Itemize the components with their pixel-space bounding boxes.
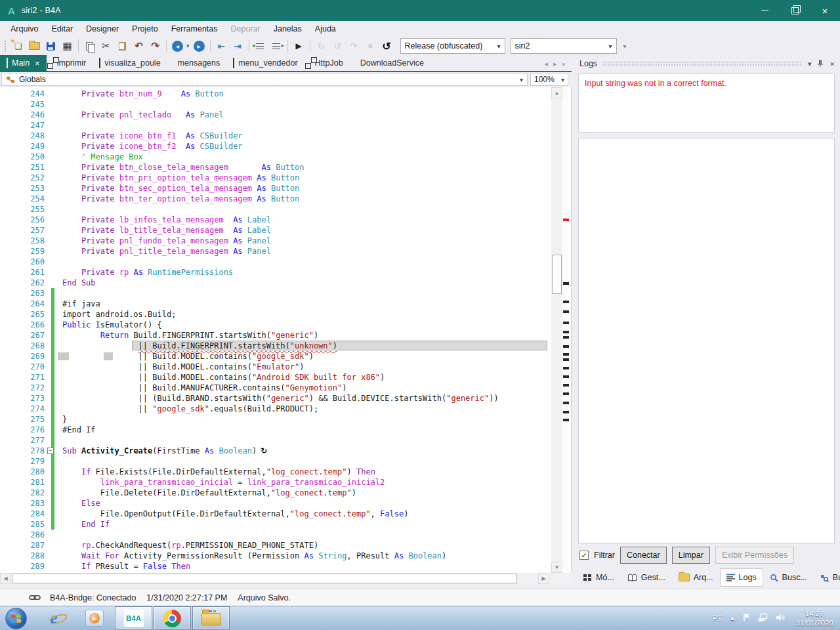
action-center-flag-icon[interactable] (742, 613, 751, 624)
change-mark[interactable] (563, 358, 569, 361)
tool-tab-gest[interactable]: Gest... (621, 568, 672, 587)
filter-checkbox[interactable]: ✓ (579, 551, 589, 560)
menu-item-projeto[interactable]: Projeto (125, 21, 165, 37)
package-button[interactable]: ▦ (59, 38, 75, 54)
change-mark[interactable] (563, 322, 569, 324)
change-mark[interactable] (563, 402, 569, 404)
change-mark[interactable] (563, 384, 569, 387)
step-into-button[interactable]: ↺ (329, 38, 346, 54)
clear-button[interactable]: Limpar (672, 547, 710, 564)
change-mark[interactable] (563, 331, 569, 333)
tool-tab-busc[interactable]: Busc... (814, 568, 840, 587)
scroll-right-arrow[interactable]: ▶ (538, 573, 549, 584)
code-line-276[interactable]: 276#End If (0, 425, 551, 435)
change-mark[interactable] (563, 367, 569, 369)
stop-button[interactable]: ■ (362, 38, 379, 54)
paste-button[interactable] (114, 38, 131, 54)
logs-panel-header[interactable]: Logs ▾ × (576, 55, 840, 72)
scroll-left-arrow[interactable]: ◀ (0, 573, 11, 584)
save-button[interactable] (43, 38, 59, 54)
tab-main[interactable]: Main× (0, 55, 47, 71)
code-line-287[interactable]: 287 rp.CheckAndRequest(rp.PERMISSION_REA… (0, 540, 551, 551)
volume-icon[interactable] (776, 613, 786, 624)
outdent-button[interactable]: ⇤ (213, 38, 230, 54)
code-line-245[interactable]: 245 (0, 99, 551, 110)
menu-item-designer[interactable]: Designer (79, 21, 125, 37)
code-line-281[interactable]: 281 link_para_transmicao_inicial = link_… (0, 477, 551, 488)
zoom-dropdown[interactable]: 100% ▾ (530, 73, 568, 86)
code-line-283[interactable]: 283 Else (0, 498, 551, 509)
cut-button[interactable]: ✂ (98, 38, 114, 54)
taskbar-b4a[interactable]: B4A (115, 606, 152, 630)
undo-button[interactable]: ↶ (131, 38, 147, 54)
taskbar-chrome[interactable] (154, 606, 191, 630)
code-line-288[interactable]: 288 Wait For Activity_PermissionResult (… (0, 551, 551, 561)
change-mark[interactable] (563, 282, 569, 285)
minimize-button[interactable] (749, 0, 780, 21)
change-mark[interactable] (563, 336, 569, 339)
change-mark[interactable] (563, 375, 569, 378)
close-icon[interactable]: × (830, 59, 835, 69)
code-line-255[interactable]: 255 (0, 204, 551, 215)
code-line-265[interactable]: 265import android.os.Build; (0, 309, 551, 320)
language-indicator[interactable]: PT (712, 614, 722, 623)
horizontal-scroll-thumb[interactable] (12, 574, 517, 583)
comment-out-button[interactable] (252, 38, 268, 54)
tab-downloadservice[interactable]: DownloadService (350, 55, 430, 71)
code-line-266[interactable]: 266Public IsEmulator() { (0, 320, 551, 330)
code-line-249[interactable]: 249 Private icone_btn_f2 As CSBuilder (0, 141, 551, 152)
navigate-back-button[interactable]: ◂ (169, 38, 186, 54)
code-line-270[interactable]: 270 || Build.MODEL.contains("Emulator") (0, 362, 551, 372)
code-line-273[interactable]: 273 || (Build.BRAND.startsWith("generic"… (0, 393, 551, 404)
module-dropdown[interactable]: siri2▾ (511, 38, 617, 54)
tab-visualiza_poule[interactable]: visualiza_poule (93, 55, 167, 71)
code-line-282[interactable]: 282 File.Delete(File.DirDefaultExternal,… (0, 488, 551, 498)
code-line-284[interactable]: 284 File.OpenOutput(File.DirDefaultExter… (0, 509, 551, 519)
fold-collapse-box[interactable]: − (47, 448, 54, 454)
restore-button[interactable] (780, 0, 810, 21)
tab-menu_vendedor[interactable]: menu_vendedor (226, 55, 304, 71)
code-line-272[interactable]: 272 || Build.MANUFACTURER.contains("Geny… (0, 383, 551, 393)
start-button[interactable] (5, 608, 27, 629)
tabs-list-dropdown-icon[interactable]: ▾ (562, 61, 565, 68)
code-line-277[interactable]: 277 (0, 435, 551, 446)
copy-button[interactable] (81, 38, 98, 54)
code-line-262[interactable]: 262End Sub (0, 278, 551, 288)
build-configuration-dropdown[interactable]: Release (obfuscated)▾ (400, 38, 505, 54)
navigate-forward-button[interactable]: ▸ (191, 38, 207, 54)
code-line-278[interactable]: 278−Sub Activity_Create(FirstTime As Boo… (0, 446, 551, 456)
indent-button[interactable]: ⇥ (230, 38, 246, 54)
connect-button[interactable]: Conectar (620, 547, 667, 564)
tab-imprimir[interactable]: imprimir (47, 55, 93, 71)
code-line-247[interactable]: 247 (0, 120, 551, 131)
code-line-253[interactable]: 253 Private btn_sec_option_tela_mensagem… (0, 183, 551, 194)
change-mark[interactable] (563, 310, 569, 313)
pin-icon[interactable] (816, 60, 824, 68)
code-line-246[interactable]: 246 Private pnl_teclado As Panel (0, 110, 551, 120)
taskbar-explorer[interactable] (192, 606, 230, 630)
tab-close-icon[interactable]: × (35, 58, 40, 68)
code-line-280[interactable]: 280 If File.Exists(File.DirDefaultExtern… (0, 467, 551, 477)
code-line-267[interactable]: 267 Return Build.FINGERPRINT.startsWith(… (0, 330, 551, 341)
tool-tab-busc[interactable]: Busc... (763, 568, 814, 587)
code-line-244[interactable]: 244 Private btn_num_9 As Button (0, 89, 551, 99)
code-line-269[interactable]: 269 || Build.MODEL.contains("google_sdk"… (0, 351, 551, 362)
code-line-254[interactable]: 254 Private btn_ter_option_tela_mensagem… (0, 194, 551, 204)
code-line-257[interactable]: 257 Private lb_title_tela_mensagem As La… (0, 225, 551, 236)
show-hidden-icons[interactable]: ▲ (730, 615, 736, 621)
tab-mensagens[interactable]: mensagens (167, 55, 227, 71)
back-history-dropdown[interactable]: ▾ (186, 43, 190, 49)
tool-tab-arq[interactable]: Arq... (672, 568, 720, 587)
tabs-scroll-right-icon[interactable]: ▸ (553, 60, 557, 68)
code-editor[interactable]: 244 Private btn_num_9 As Button245246 Pr… (0, 87, 572, 573)
resume-button[interactable]: ↻ (313, 38, 329, 54)
code-line-286[interactable]: 286 (0, 530, 551, 540)
menu-item-editar[interactable]: Editar (45, 21, 79, 37)
horizontal-scrollbar[interactable]: ◀ ▶ (0, 573, 572, 584)
change-mark[interactable] (563, 411, 569, 413)
code-line-289[interactable]: 289 If PResult = False Then (0, 561, 551, 572)
code-line-248[interactable]: 248 Private icone_btn_f1 As CSBuilder (0, 131, 551, 141)
scope-dropdown[interactable]: Globals ▾ (1, 73, 528, 86)
redo-button[interactable]: ↷ (147, 38, 163, 54)
error-mark[interactable] (563, 219, 569, 221)
